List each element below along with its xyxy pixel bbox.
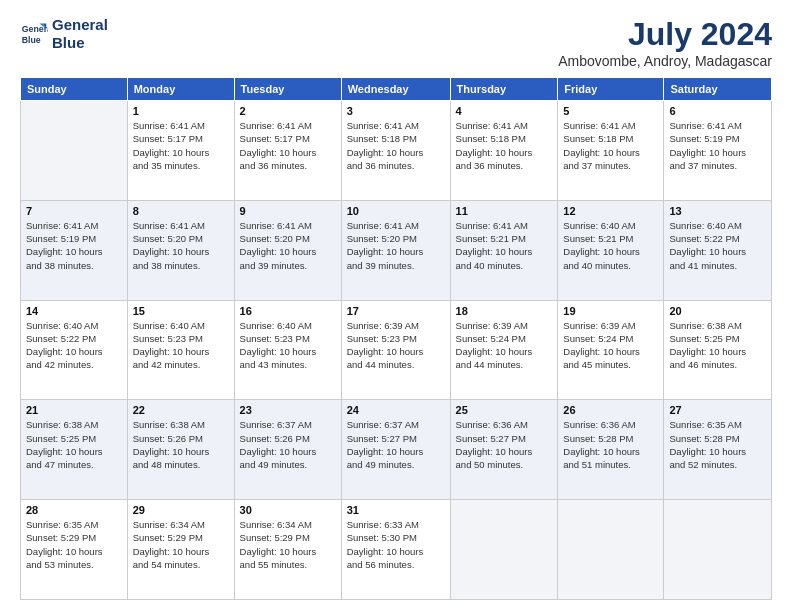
calendar-cell: 23Sunrise: 6:37 AMSunset: 5:26 PMDayligh… — [234, 400, 341, 500]
calendar-cell: 13Sunrise: 6:40 AMSunset: 5:22 PMDayligh… — [664, 200, 772, 300]
day-number: 19 — [563, 305, 658, 317]
day-number: 8 — [133, 205, 229, 217]
calendar-cell: 26Sunrise: 6:36 AMSunset: 5:28 PMDayligh… — [558, 400, 664, 500]
week-row-3: 21Sunrise: 6:38 AMSunset: 5:25 PMDayligh… — [21, 400, 772, 500]
day-number: 13 — [669, 205, 766, 217]
calendar-cell: 10Sunrise: 6:41 AMSunset: 5:20 PMDayligh… — [341, 200, 450, 300]
day-info: Sunrise: 6:41 AMSunset: 5:21 PMDaylight:… — [456, 219, 553, 272]
day-info: Sunrise: 6:36 AMSunset: 5:28 PMDaylight:… — [563, 418, 658, 471]
calendar-cell: 21Sunrise: 6:38 AMSunset: 5:25 PMDayligh… — [21, 400, 128, 500]
subtitle: Ambovombe, Androy, Madagascar — [558, 53, 772, 69]
calendar-cell: 14Sunrise: 6:40 AMSunset: 5:22 PMDayligh… — [21, 300, 128, 400]
day-info: Sunrise: 6:36 AMSunset: 5:27 PMDaylight:… — [456, 418, 553, 471]
day-number: 17 — [347, 305, 445, 317]
day-info: Sunrise: 6:35 AMSunset: 5:28 PMDaylight:… — [669, 418, 766, 471]
day-number: 21 — [26, 404, 122, 416]
day-number: 14 — [26, 305, 122, 317]
calendar-cell: 3Sunrise: 6:41 AMSunset: 5:18 PMDaylight… — [341, 101, 450, 201]
week-row-4: 28Sunrise: 6:35 AMSunset: 5:29 PMDayligh… — [21, 500, 772, 600]
day-info: Sunrise: 6:41 AMSunset: 5:20 PMDaylight:… — [133, 219, 229, 272]
day-number: 11 — [456, 205, 553, 217]
calendar-cell — [21, 101, 128, 201]
svg-text:Blue: Blue — [22, 35, 41, 45]
day-number: 1 — [133, 105, 229, 117]
day-number: 31 — [347, 504, 445, 516]
day-info: Sunrise: 6:41 AMSunset: 5:18 PMDaylight:… — [563, 119, 658, 172]
calendar-cell: 6Sunrise: 6:41 AMSunset: 5:19 PMDaylight… — [664, 101, 772, 201]
calendar-cell — [558, 500, 664, 600]
col-thursday: Thursday — [450, 78, 558, 101]
calendar-cell: 2Sunrise: 6:41 AMSunset: 5:17 PMDaylight… — [234, 101, 341, 201]
day-number: 16 — [240, 305, 336, 317]
day-info: Sunrise: 6:40 AMSunset: 5:23 PMDaylight:… — [133, 319, 229, 372]
day-info: Sunrise: 6:38 AMSunset: 5:25 PMDaylight:… — [669, 319, 766, 372]
day-info: Sunrise: 6:41 AMSunset: 5:19 PMDaylight:… — [26, 219, 122, 272]
day-info: Sunrise: 6:33 AMSunset: 5:30 PMDaylight:… — [347, 518, 445, 571]
day-number: 20 — [669, 305, 766, 317]
day-info: Sunrise: 6:37 AMSunset: 5:26 PMDaylight:… — [240, 418, 336, 471]
col-sunday: Sunday — [21, 78, 128, 101]
calendar-cell: 16Sunrise: 6:40 AMSunset: 5:23 PMDayligh… — [234, 300, 341, 400]
col-monday: Monday — [127, 78, 234, 101]
calendar: Sunday Monday Tuesday Wednesday Thursday… — [20, 77, 772, 600]
day-info: Sunrise: 6:38 AMSunset: 5:26 PMDaylight:… — [133, 418, 229, 471]
day-info: Sunrise: 6:40 AMSunset: 5:22 PMDaylight:… — [26, 319, 122, 372]
week-row-1: 7Sunrise: 6:41 AMSunset: 5:19 PMDaylight… — [21, 200, 772, 300]
calendar-cell: 7Sunrise: 6:41 AMSunset: 5:19 PMDaylight… — [21, 200, 128, 300]
day-number: 2 — [240, 105, 336, 117]
main-title: July 2024 — [558, 16, 772, 53]
day-info: Sunrise: 6:40 AMSunset: 5:22 PMDaylight:… — [669, 219, 766, 272]
calendar-cell: 24Sunrise: 6:37 AMSunset: 5:27 PMDayligh… — [341, 400, 450, 500]
calendar-cell — [450, 500, 558, 600]
day-info: Sunrise: 6:41 AMSunset: 5:17 PMDaylight:… — [240, 119, 336, 172]
day-info: Sunrise: 6:41 AMSunset: 5:18 PMDaylight:… — [456, 119, 553, 172]
logo-line1: General — [52, 16, 108, 34]
day-number: 25 — [456, 404, 553, 416]
calendar-cell: 5Sunrise: 6:41 AMSunset: 5:18 PMDaylight… — [558, 101, 664, 201]
day-number: 24 — [347, 404, 445, 416]
day-number: 26 — [563, 404, 658, 416]
calendar-cell: 25Sunrise: 6:36 AMSunset: 5:27 PMDayligh… — [450, 400, 558, 500]
col-friday: Friday — [558, 78, 664, 101]
calendar-cell: 17Sunrise: 6:39 AMSunset: 5:23 PMDayligh… — [341, 300, 450, 400]
calendar-cell: 22Sunrise: 6:38 AMSunset: 5:26 PMDayligh… — [127, 400, 234, 500]
day-info: Sunrise: 6:39 AMSunset: 5:23 PMDaylight:… — [347, 319, 445, 372]
title-area: July 2024 Ambovombe, Androy, Madagascar — [558, 16, 772, 69]
calendar-header-row: Sunday Monday Tuesday Wednesday Thursday… — [21, 78, 772, 101]
logo-icon: General Blue — [20, 20, 48, 48]
day-number: 4 — [456, 105, 553, 117]
calendar-cell: 20Sunrise: 6:38 AMSunset: 5:25 PMDayligh… — [664, 300, 772, 400]
day-number: 22 — [133, 404, 229, 416]
calendar-cell: 29Sunrise: 6:34 AMSunset: 5:29 PMDayligh… — [127, 500, 234, 600]
day-number: 6 — [669, 105, 766, 117]
day-info: Sunrise: 6:40 AMSunset: 5:23 PMDaylight:… — [240, 319, 336, 372]
day-number: 10 — [347, 205, 445, 217]
calendar-cell: 15Sunrise: 6:40 AMSunset: 5:23 PMDayligh… — [127, 300, 234, 400]
calendar-cell: 4Sunrise: 6:41 AMSunset: 5:18 PMDaylight… — [450, 101, 558, 201]
day-info: Sunrise: 6:39 AMSunset: 5:24 PMDaylight:… — [456, 319, 553, 372]
day-number: 29 — [133, 504, 229, 516]
day-info: Sunrise: 6:37 AMSunset: 5:27 PMDaylight:… — [347, 418, 445, 471]
calendar-cell: 12Sunrise: 6:40 AMSunset: 5:21 PMDayligh… — [558, 200, 664, 300]
day-info: Sunrise: 6:41 AMSunset: 5:20 PMDaylight:… — [240, 219, 336, 272]
calendar-cell: 18Sunrise: 6:39 AMSunset: 5:24 PMDayligh… — [450, 300, 558, 400]
week-row-2: 14Sunrise: 6:40 AMSunset: 5:22 PMDayligh… — [21, 300, 772, 400]
day-number: 15 — [133, 305, 229, 317]
day-info: Sunrise: 6:38 AMSunset: 5:25 PMDaylight:… — [26, 418, 122, 471]
col-saturday: Saturday — [664, 78, 772, 101]
day-number: 28 — [26, 504, 122, 516]
day-number: 30 — [240, 504, 336, 516]
day-number: 18 — [456, 305, 553, 317]
calendar-cell: 1Sunrise: 6:41 AMSunset: 5:17 PMDaylight… — [127, 101, 234, 201]
day-info: Sunrise: 6:41 AMSunset: 5:17 PMDaylight:… — [133, 119, 229, 172]
calendar-cell: 19Sunrise: 6:39 AMSunset: 5:24 PMDayligh… — [558, 300, 664, 400]
calendar-cell: 9Sunrise: 6:41 AMSunset: 5:20 PMDaylight… — [234, 200, 341, 300]
col-wednesday: Wednesday — [341, 78, 450, 101]
day-number: 12 — [563, 205, 658, 217]
day-number: 3 — [347, 105, 445, 117]
day-info: Sunrise: 6:40 AMSunset: 5:21 PMDaylight:… — [563, 219, 658, 272]
day-number: 5 — [563, 105, 658, 117]
logo-line2: Blue — [52, 34, 108, 52]
day-number: 27 — [669, 404, 766, 416]
day-info: Sunrise: 6:39 AMSunset: 5:24 PMDaylight:… — [563, 319, 658, 372]
